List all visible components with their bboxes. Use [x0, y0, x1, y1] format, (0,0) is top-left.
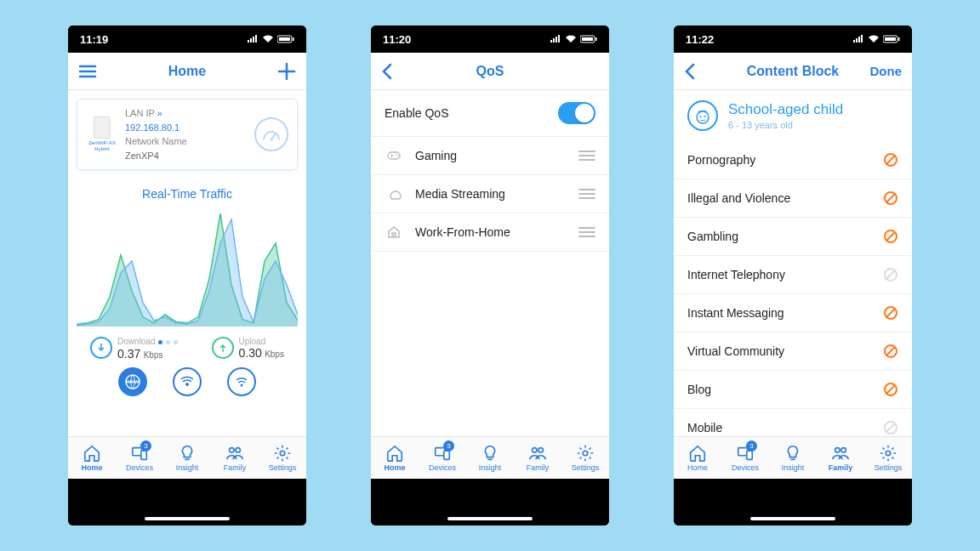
- qos-label: Media Streaming: [415, 187, 578, 201]
- router-image: ZenWiFi AX Hybrid: [86, 116, 118, 151]
- tab-family[interactable]: Family: [514, 437, 561, 479]
- home-indicator[interactable]: [750, 517, 835, 520]
- svg-rect-2: [293, 37, 294, 41]
- svg-line-44: [886, 194, 895, 202]
- back-button[interactable]: [684, 63, 725, 80]
- svg-point-14: [280, 451, 285, 456]
- add-button[interactable]: [255, 62, 296, 81]
- wfh-icon: [385, 224, 403, 240]
- done-button[interactable]: Done: [870, 64, 903, 78]
- home-indicator[interactable]: [447, 517, 533, 520]
- tab-family[interactable]: Family: [817, 437, 864, 479]
- traffic-title: Real-Time Traffic: [68, 187, 306, 201]
- status-time: 11:19: [80, 33, 108, 46]
- home-indicator[interactable]: [145, 517, 230, 520]
- category-row[interactable]: Internet Telephony: [674, 256, 912, 294]
- status-bar: 11:19: [68, 26, 306, 53]
- globe-icon: WWW: [124, 373, 141, 390]
- mesh-button[interactable]: [173, 367, 202, 396]
- tab-devices[interactable]: Devices3: [116, 437, 163, 479]
- category-row[interactable]: Pornography: [674, 141, 912, 179]
- svg-rect-18: [388, 152, 400, 159]
- tab-label: Settings: [875, 463, 903, 472]
- svg-rect-36: [885, 37, 896, 41]
- category-row[interactable]: Blog: [674, 371, 912, 409]
- qos-row-media[interactable]: Media Streaming: [371, 175, 609, 213]
- tab-settings[interactable]: Settings: [561, 437, 609, 479]
- svg-rect-21: [392, 233, 396, 236]
- tab-settings[interactable]: Settings: [864, 437, 912, 479]
- wifi-button[interactable]: [227, 367, 256, 396]
- tab-settings[interactable]: Settings: [259, 437, 306, 479]
- tab-badge: 3: [746, 440, 757, 452]
- block-icon: [883, 305, 898, 321]
- category-label: Illegal and Violence: [687, 191, 790, 205]
- download-icon: [90, 337, 112, 359]
- phone-home: 11:19 Home ZenWiFi AX Hybrid LAN IP » 19…: [68, 26, 306, 525]
- tab-home[interactable]: Home: [68, 437, 116, 479]
- page-title: QoS: [422, 64, 558, 79]
- block-icon: [883, 152, 898, 168]
- svg-rect-17: [595, 37, 597, 41]
- svg-line-42: [886, 156, 895, 164]
- svg-point-60: [835, 448, 840, 453]
- router-card[interactable]: ZenWiFi AX Hybrid LAN IP » 192.168.80.1 …: [77, 99, 298, 170]
- tab-label: Insight: [176, 463, 199, 472]
- lan-ip-label: LAN IP: [125, 108, 155, 118]
- network-name-label: Network Name: [125, 134, 248, 149]
- menu-button[interactable]: [78, 62, 119, 81]
- svg-point-40: [704, 116, 706, 117]
- category-row[interactable]: Gambling: [674, 218, 912, 256]
- qos-row-wfh[interactable]: Work-From-Home: [371, 213, 609, 252]
- tab-insight[interactable]: Insight: [769, 437, 817, 479]
- category-row[interactable]: Illegal and Violence: [674, 179, 912, 218]
- drag-handle-icon[interactable]: [578, 186, 595, 202]
- tab-label: Home: [384, 463, 405, 472]
- navbar-home: Home: [68, 53, 306, 90]
- tab-home[interactable]: Home: [674, 437, 721, 479]
- tab-devices[interactable]: Devices3: [419, 437, 466, 479]
- tab-label: Family: [829, 463, 853, 472]
- tab-devices[interactable]: Devices3: [721, 437, 769, 479]
- drag-handle-icon[interactable]: [578, 224, 595, 240]
- tab-family[interactable]: Family: [211, 437, 259, 479]
- tab-label: Home: [81, 463, 102, 472]
- tab-insight[interactable]: Insight: [163, 437, 211, 479]
- back-button[interactable]: [381, 63, 422, 80]
- svg-point-34: [583, 451, 588, 456]
- gauge-icon: [261, 127, 282, 142]
- category-row[interactable]: Mobile: [674, 409, 912, 436]
- qos-row-gaming[interactable]: Gaming: [371, 137, 609, 175]
- network-name-value: ZenXP4: [125, 149, 248, 163]
- tab-home[interactable]: Home: [371, 437, 419, 479]
- lan-ip-value: 192.168.80.1: [125, 121, 248, 135]
- category-row[interactable]: Instant Messaging: [674, 294, 912, 332]
- enable-qos-toggle[interactable]: [558, 102, 595, 124]
- tab-label: Family: [527, 463, 550, 472]
- enable-qos-label: Enable QoS: [385, 106, 558, 120]
- drag-handle-icon[interactable]: [578, 148, 595, 163]
- category-row[interactable]: Virtual Community: [674, 332, 912, 371]
- gaming-icon: [385, 148, 403, 163]
- qos-row-lfh[interactable]: Learn-From-Home: [371, 252, 609, 264]
- mesh-icon: [179, 374, 195, 389]
- svg-point-13: [236, 448, 241, 453]
- svg-line-46: [886, 232, 895, 241]
- profile-subtitle: 6 - 13 years old: [728, 120, 843, 130]
- svg-point-8: [241, 384, 243, 387]
- svg-line-54: [886, 385, 895, 394]
- tab-label: Settings: [572, 463, 600, 472]
- tab-label: Family: [224, 463, 247, 472]
- phone-content-block: 11:22 Content Block Done School-aged chi…: [674, 26, 912, 525]
- tab-badge: 3: [140, 440, 151, 452]
- tab-bar: HomeDevices3InsightFamilySettings: [674, 436, 912, 479]
- svg-rect-37: [898, 37, 900, 41]
- quick-actions: WWW: [68, 367, 306, 396]
- svg-point-4: [271, 139, 273, 141]
- qos-label: Work-From-Home: [415, 225, 578, 239]
- upload-icon: [212, 337, 234, 359]
- tab-insight[interactable]: Insight: [466, 437, 514, 479]
- speed-test-button[interactable]: [254, 117, 288, 151]
- status-indicators: [247, 35, 294, 43]
- internet-button[interactable]: WWW: [118, 367, 147, 396]
